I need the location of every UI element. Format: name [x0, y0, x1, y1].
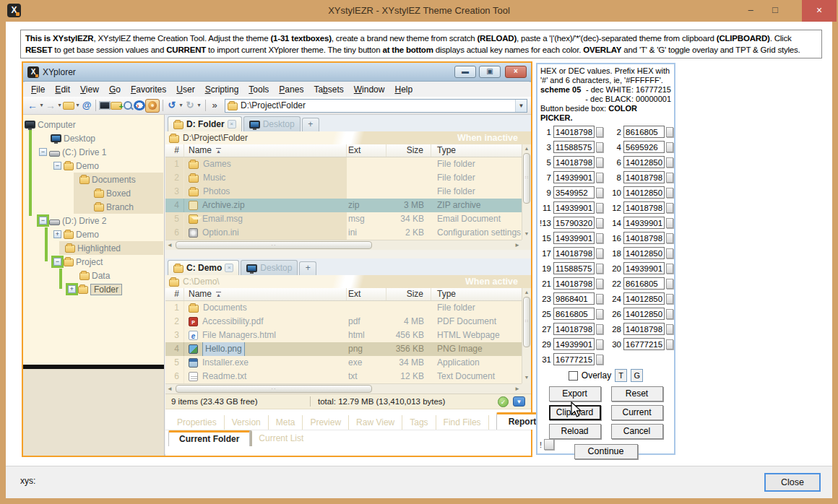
color-value-input-2[interactable]: [623, 126, 665, 138]
scroll-up-icon[interactable]: ▲: [522, 288, 531, 297]
color-picker-button-15[interactable]: [596, 233, 603, 243]
color-value-input-29[interactable]: [553, 338, 595, 350]
tree-item-branch[interactable]: Branch: [82, 200, 134, 214]
color-value-input-10[interactable]: [623, 186, 665, 199]
xyplorer-close-button[interactable]: ×: [505, 66, 527, 78]
expand-icon[interactable]: +: [68, 285, 76, 293]
color-picker-button-17[interactable]: [596, 248, 603, 258]
color-picker-button-14[interactable]: [666, 218, 673, 228]
file-row-readme-txt[interactable]: 6Readme.txttxt12 KBText Document: [165, 370, 522, 383]
chevron-down-icon[interactable]: ▼: [513, 396, 525, 407]
column-header-size[interactable]: Size: [386, 144, 431, 157]
tree-item-c-drive-1[interactable]: −(C:) Drive 1: [39, 145, 106, 159]
color-value-input-14[interactable]: [623, 217, 665, 229]
file-row-installer-exe[interactable]: 5Installer.exeexe34 MBApplication: [165, 356, 522, 370]
dropdown-arrow-icon[interactable]: ▾: [56, 99, 63, 112]
color-value-input-28[interactable]: [623, 323, 665, 335]
scroll-down-icon[interactable]: ▼: [522, 373, 531, 382]
color-value-input-21[interactable]: [553, 277, 595, 290]
scrollbar-track[interactable]: ··: [174, 385, 513, 394]
tree-item-desktop[interactable]: Desktop: [39, 131, 95, 145]
color-picker-button-13[interactable]: [596, 218, 603, 228]
scroll-right-icon[interactable]: ►: [513, 386, 522, 392]
column-header-ext[interactable]: Ext: [347, 144, 386, 157]
more-icon[interactable]: »: [209, 99, 220, 112]
file-row-games[interactable]: 1GamesFile folder: [165, 157, 522, 171]
color-value-input-15[interactable]: [553, 232, 595, 244]
address-dropdown-icon[interactable]: ▼: [515, 100, 527, 112]
dropdown-arrow-icon[interactable]: ▾: [196, 99, 202, 112]
tpt-toggle-button[interactable]: T: [615, 369, 627, 382]
scroll-down-icon[interactable]: ▼: [522, 230, 531, 238]
forward-icon[interactable]: →: [45, 99, 56, 112]
color-picker-button-30[interactable]: [666, 339, 673, 349]
tree-item-demo[interactable]: +Demo: [53, 227, 99, 241]
column-header-name[interactable]: Name▲: [184, 288, 347, 300]
color-value-input-24[interactable]: [623, 292, 665, 305]
color-value-input-8[interactable]: [623, 171, 665, 183]
search-icon[interactable]: [122, 100, 134, 111]
tab-desktop[interactable]: Desktop: [241, 260, 298, 275]
new-tab-button[interactable]: +: [299, 261, 316, 275]
scroll-right-icon[interactable]: ►: [513, 242, 522, 248]
scroll-left-icon[interactable]: ◄: [165, 386, 174, 392]
vertical-scrollbar[interactable]: ▲∷▼: [522, 288, 531, 383]
color-picker-button-11[interactable]: [596, 203, 603, 213]
hotlist-icon[interactable]: @: [81, 99, 92, 112]
dropdown-arrow-icon[interactable]: ▾: [178, 99, 184, 112]
color-picker-button-12[interactable]: [666, 203, 673, 213]
menu-scripting[interactable]: Scripting: [200, 82, 244, 97]
tab-desktop[interactable]: Desktop: [243, 116, 301, 131]
close-tab-icon[interactable]: ×: [225, 264, 233, 272]
info-tab-preview[interactable]: Preview: [303, 415, 349, 430]
color-value-input-26[interactable]: [623, 308, 665, 320]
file-row-accessibility-pdf[interactable]: 2PAccessibility.pdfpdf4 MBPDF Document: [165, 315, 522, 329]
maximize-button[interactable]: □: [764, 0, 786, 22]
info-tab-find-files[interactable]: Find Files: [436, 415, 489, 430]
color-value-input-16[interactable]: [623, 232, 665, 244]
color-picker-button-4[interactable]: [666, 142, 673, 152]
color-picker-button-10[interactable]: [666, 188, 673, 198]
tree-item-demo[interactable]: −Demo: [53, 159, 99, 173]
menu-user[interactable]: User: [171, 82, 199, 97]
tree-item-d-drive-2[interactable]: −(D:) Drive 2: [39, 214, 106, 227]
color-picker-button-3[interactable]: [596, 142, 603, 152]
current-button[interactable]: Current: [611, 405, 663, 420]
breadcrumb[interactable]: C:\Demo\When active: [165, 275, 531, 288]
column-header-ext[interactable]: Ext: [347, 288, 386, 300]
scrollbar-thumb[interactable]: ∷: [523, 297, 530, 347]
color-picker-button-26[interactable]: [666, 309, 673, 319]
grid-toggle-button[interactable]: G: [631, 369, 643, 382]
close-tab-icon[interactable]: ×: [228, 120, 236, 129]
tree-item-highlighted[interactable]: Highlighted: [53, 241, 121, 255]
info-tab-version[interactable]: Version: [225, 415, 269, 430]
tree-item-project[interactable]: −Project: [53, 255, 103, 269]
color-picker-button-1[interactable]: [596, 127, 603, 137]
up-f-icon[interactable]: [63, 102, 74, 110]
color-picker-button-19[interactable]: [596, 264, 603, 274]
expand-icon[interactable]: +: [53, 230, 61, 238]
breadcrumb[interactable]: D:\Project\FolderWhen inactive: [165, 131, 531, 144]
color-picker-button-24[interactable]: [666, 294, 673, 304]
info-tab-raw-view[interactable]: Raw View: [349, 415, 402, 430]
undo-icon[interactable]: ↺: [166, 99, 178, 112]
info-tab-properties[interactable]: Properties: [170, 415, 225, 430]
color-value-input-6[interactable]: [623, 156, 665, 168]
color-value-input-19[interactable]: [553, 262, 595, 274]
color-picker-button-6[interactable]: [666, 157, 673, 168]
tree-item-computer[interactable]: Computer: [25, 118, 76, 131]
sub-tab-current-list[interactable]: Current List: [250, 430, 312, 446]
menu-edit[interactable]: Edit: [50, 82, 75, 97]
color-value-input-30[interactable]: [623, 338, 665, 350]
minimize-button[interactable]: –: [740, 0, 761, 22]
tree-item-documents[interactable]: Documents: [68, 173, 136, 186]
new-folder-icon[interactable]: [111, 102, 122, 110]
color-value-input-31[interactable]: [553, 353, 595, 365]
color-value-input-20[interactable]: [623, 262, 665, 274]
xyplorer-minimize-button[interactable]: ▬: [454, 66, 476, 78]
menu-go[interactable]: Go: [104, 82, 126, 97]
tree-item-data[interactable]: Data: [68, 269, 110, 282]
collapse-icon[interactable]: −: [53, 258, 61, 266]
color-value-input-5[interactable]: [553, 156, 595, 168]
color-picker-button-20[interactable]: [666, 264, 673, 274]
